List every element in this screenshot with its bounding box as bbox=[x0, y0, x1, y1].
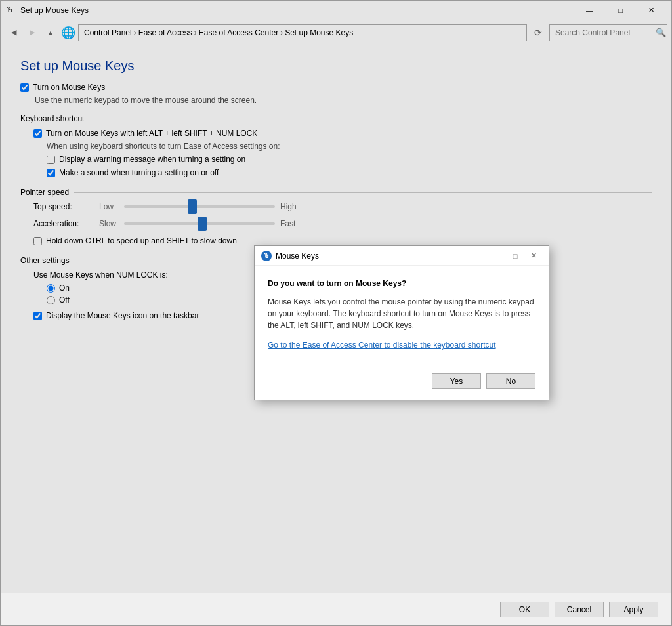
search-input[interactable] bbox=[549, 24, 667, 41]
ctrl-checkbox-row: Hold down CTRL to speed up and SHIFT to … bbox=[33, 236, 652, 245]
keyboard-shortcut-header: Keyboard shortcut bbox=[20, 114, 652, 123]
back-button[interactable]: ◀ bbox=[6, 25, 22, 41]
cancel-button[interactable]: Cancel bbox=[555, 602, 604, 617]
ctrl-speed-checkbox[interactable] bbox=[33, 237, 42, 245]
warning-label[interactable]: Display a warning message when turning a… bbox=[59, 155, 245, 164]
acceleration-max-label: Fast bbox=[280, 219, 300, 228]
page-title: Set up Mouse Keys bbox=[20, 58, 652, 73]
window-icon: 🖱 bbox=[6, 5, 16, 16]
pointer-speed-header: Pointer speed bbox=[20, 188, 652, 197]
refresh-button[interactable]: ⟳ bbox=[530, 24, 547, 41]
ctrl-speed-label[interactable]: Hold down CTRL to speed up and SHIFT to … bbox=[46, 236, 237, 245]
when-using-label: When using keyboard shortcuts to turn Ea… bbox=[47, 142, 652, 151]
forward-button[interactable]: ▶ bbox=[24, 25, 40, 41]
title-bar: 🖱 Set up Mouse Keys — □ ✕ bbox=[1, 1, 671, 20]
top-speed-max-label: High bbox=[280, 202, 300, 211]
ok-button[interactable]: OK bbox=[500, 602, 549, 617]
turn-on-mouse-keys-checkbox[interactable] bbox=[20, 83, 29, 92]
minimize-button[interactable]: — bbox=[575, 1, 604, 20]
warning-checkbox[interactable] bbox=[47, 156, 55, 164]
sep2: › bbox=[194, 28, 197, 37]
warning-checkbox-row: Display a warning message when turning a… bbox=[47, 155, 652, 164]
modal-icon: 🖱 bbox=[261, 251, 272, 261]
acceleration-min-label: Slow bbox=[99, 219, 119, 228]
modal-yes-button[interactable]: Yes bbox=[432, 373, 481, 389]
modal-no-button[interactable]: No bbox=[486, 373, 536, 389]
modal-body: Do you want to turn on Mouse Keys? Mouse… bbox=[255, 266, 549, 373]
breadcrumb-ease-of-access-center: Ease of Access Center bbox=[199, 28, 278, 37]
breadcrumb-control-panel: Control Panel bbox=[84, 28, 132, 37]
keyboard-shortcut-sub: When using keyboard shortcuts to turn Ea… bbox=[33, 142, 652, 177]
main-window: 🖱 Set up Mouse Keys — □ ✕ ◀ ▶ ▲ 🌐 Contro… bbox=[0, 0, 672, 626]
keyboard-shortcut-label[interactable]: Turn on Mouse Keys with left ALT + left … bbox=[46, 129, 257, 138]
top-speed-row: Top speed: Low High bbox=[33, 202, 652, 211]
top-speed-label: Top speed: bbox=[33, 202, 93, 211]
num-lock-on-radio[interactable] bbox=[47, 284, 55, 293]
turn-on-mouse-keys-label[interactable]: Turn on Mouse Keys bbox=[33, 83, 105, 92]
top-speed-slider[interactable] bbox=[124, 205, 275, 208]
num-lock-off-label[interactable]: Off bbox=[59, 295, 70, 304]
acceleration-slider-container: Slow Fast bbox=[99, 219, 300, 228]
taskbar-icon-checkbox[interactable] bbox=[33, 312, 42, 320]
window-title: Set up Mouse Keys bbox=[20, 6, 575, 15]
taskbar-icon-label[interactable]: Display the Mouse Keys icon on the taskb… bbox=[46, 311, 199, 320]
modal-controls: — □ ✕ bbox=[488, 249, 542, 263]
keyboard-shortcut-section: Keyboard shortcut Turn on Mouse Keys wit… bbox=[20, 114, 652, 177]
num-lock-on-label[interactable]: On bbox=[59, 283, 70, 293]
modal-link[interactable]: Go to the Ease of Access Center to disab… bbox=[268, 341, 536, 350]
modal-footer: Yes No bbox=[255, 373, 549, 400]
modal-dialog: 🖱 Mouse Keys — □ ✕ Do you want to turn o… bbox=[254, 245, 549, 400]
apply-button[interactable]: Apply bbox=[609, 602, 658, 617]
modal-minimize-button[interactable]: — bbox=[488, 249, 505, 263]
maximize-button[interactable]: □ bbox=[606, 1, 635, 20]
address-field[interactable]: Control Panel › Ease of Access › Ease of… bbox=[78, 24, 527, 41]
sound-checkbox-row: Make a sound when turning a setting on o… bbox=[47, 168, 652, 177]
top-speed-min-label: Low bbox=[99, 202, 119, 211]
pointer-speed-content: Top speed: Low High Acceleration: Slow F… bbox=[20, 202, 652, 245]
nav-icon: 🌐 bbox=[61, 26, 75, 40]
keyboard-shortcut-checkbox-row: Turn on Mouse Keys with left ALT + left … bbox=[33, 129, 652, 138]
title-bar-controls: — □ ✕ bbox=[575, 1, 666, 20]
breadcrumb-current: Set up Mouse Keys bbox=[285, 28, 353, 37]
close-button[interactable]: ✕ bbox=[637, 1, 666, 20]
modal-title-bar: 🖱 Mouse Keys — □ ✕ bbox=[255, 246, 549, 266]
sound-checkbox[interactable] bbox=[47, 169, 55, 177]
num-lock-off-radio[interactable] bbox=[47, 296, 55, 304]
acceleration-row: Acceleration: Slow Fast bbox=[33, 219, 652, 228]
modal-question: Do you want to turn on Mouse Keys? bbox=[268, 279, 536, 288]
up-button[interactable]: ▲ bbox=[43, 25, 58, 41]
modal-title: Mouse Keys bbox=[276, 251, 488, 261]
modal-description: Mouse Keys lets you control the mouse po… bbox=[268, 296, 536, 331]
acceleration-slider[interactable] bbox=[124, 222, 275, 225]
modal-maximize-button[interactable]: □ bbox=[507, 249, 524, 263]
main-checkbox-row: Turn on Mouse Keys bbox=[20, 83, 652, 92]
sep3: › bbox=[280, 28, 283, 37]
keyboard-shortcut-content: Turn on Mouse Keys with left ALT + left … bbox=[20, 129, 652, 177]
top-speed-slider-container: Low High bbox=[99, 202, 300, 211]
breadcrumb-ease-of-access: Ease of Access bbox=[138, 28, 192, 37]
address-bar: ◀ ▶ ▲ 🌐 Control Panel › Ease of Access ›… bbox=[1, 20, 671, 45]
keyboard-shortcut-checkbox[interactable] bbox=[33, 129, 42, 138]
pointer-speed-section: Pointer speed Top speed: Low High Accele… bbox=[20, 188, 652, 245]
acceleration-label: Acceleration: bbox=[33, 219, 93, 228]
bottom-bar: OK Cancel Apply bbox=[1, 593, 671, 625]
modal-close-button[interactable]: ✕ bbox=[525, 249, 542, 263]
sound-label[interactable]: Make a sound when turning a setting on o… bbox=[59, 168, 219, 177]
sep1: › bbox=[134, 28, 136, 37]
hint-text: Use the numeric keypad to move the mouse… bbox=[35, 96, 652, 105]
